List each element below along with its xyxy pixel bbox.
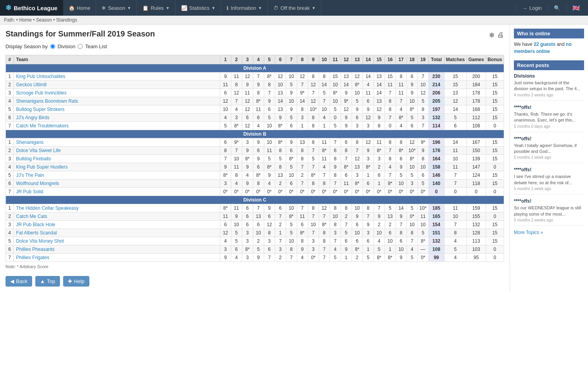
score-cell: 11 (264, 147, 275, 155)
post-title[interactable]: ****offs! (514, 136, 584, 142)
score-cell: 8 (363, 204, 374, 212)
team-name-cell[interactable]: Catch Me Troublemakers (14, 122, 220, 130)
score-cell: 9 (253, 81, 264, 89)
score-cell: 8 (308, 73, 319, 81)
flag-icon: 🇬🇧 (572, 4, 580, 12)
score-cell: 8 (308, 180, 319, 188)
back-button[interactable]: ◀ Back (5, 276, 32, 287)
team-name-cell[interactable]: Wolfhound Mongrels (14, 180, 220, 188)
nav-season[interactable]: ❄ Season ▼ (96, 0, 137, 16)
score-cell: 12 (231, 89, 242, 97)
team-name-cell[interactable]: Phillies Frigates (14, 254, 220, 262)
team-name-cell[interactable]: Phillies Pheasants (14, 245, 220, 254)
team-name-cell[interactable]: Fat Alberts Scandal (14, 229, 220, 237)
help-button[interactable]: ✚ Help (63, 276, 89, 287)
nav-flag[interactable]: 🇬🇧 (566, 4, 586, 12)
team-name-cell[interactable]: Geckos Ultim8 (14, 81, 220, 89)
score-cell: 12 (352, 155, 363, 163)
statistics-icon: 📈 (181, 5, 187, 11)
score-cell: 12 (374, 105, 385, 114)
post-title[interactable]: ****offs! (514, 105, 584, 110)
team-name-cell[interactable]: JJ's Angry Birds (14, 114, 220, 122)
score-cell: 10 (396, 245, 407, 254)
post-title[interactable]: ****offs! (514, 198, 584, 204)
score-cell: 5 (330, 254, 341, 262)
score-cell: 9 (231, 212, 242, 221)
division-radio[interactable] (50, 44, 55, 49)
nav-information[interactable]: ℹ Information ▼ (221, 0, 268, 16)
matches-cell: 8 (444, 229, 466, 237)
score-cell: 8* (253, 97, 264, 105)
logo[interactable]: ❄ Bethico League (0, 0, 63, 16)
score-cell: 5 (352, 97, 363, 105)
team-name-cell[interactable]: Dolce Vita Money Shot (14, 237, 220, 245)
score-cell: 0* (407, 188, 417, 196)
logo-snowflake-icon: ❄ (5, 4, 11, 12)
nav-home[interactable]: 🏠 Home (63, 0, 96, 16)
nav-rules[interactable]: 📋 Rules ▼ (137, 0, 175, 16)
score-cell: 5 (330, 105, 341, 114)
post-title[interactable]: ****offs! (514, 167, 584, 172)
score-cell: 4 (297, 254, 308, 262)
score-cell: 7 (286, 254, 297, 262)
team-name-cell[interactable]: JR Pub Black Hole (14, 221, 220, 229)
score-cell: 8 (275, 163, 286, 171)
team-name-cell[interactable]: The Hidden Cellar Speakeasy (14, 204, 220, 212)
team-name-cell[interactable]: JJ's The Pain (14, 171, 220, 180)
team-name-cell[interactable]: Shenanigans Boomtown Rats (14, 97, 220, 105)
team-name-cell[interactable]: King Pub Untouchables (14, 73, 220, 81)
score-cell: 12 (352, 73, 363, 81)
break-dropdown-icon: ▼ (312, 6, 316, 10)
score-cell: 13 (385, 212, 396, 221)
nav-off-the-break[interactable]: ⏱ Off the break ▼ (268, 0, 321, 16)
score-cell: 4 (396, 122, 407, 130)
col-15: 15 (374, 55, 385, 64)
team-name-cell[interactable]: Bulldog Super Strokers (14, 105, 220, 114)
rank-cell: 6 (6, 245, 14, 254)
freeze-icon[interactable] (489, 31, 495, 40)
print-icon[interactable] (497, 31, 504, 40)
score-cell: 4 (330, 245, 341, 254)
score-cell: 9 (242, 163, 253, 171)
score-cell: 9 (374, 212, 385, 221)
nav-search[interactable]: 🔍 (548, 5, 566, 11)
rank-cell: 3 (6, 89, 14, 97)
score-cell: 5 (286, 221, 297, 229)
team-name-cell[interactable]: Bulldog Fireballs (14, 155, 220, 163)
score-cell: 5 (264, 155, 275, 163)
rank-cell: 1 (6, 204, 14, 212)
score-cell: 8 (385, 105, 396, 114)
team-name-cell[interactable]: King Pub Super Hustlers (14, 163, 220, 171)
score-cell: 3 (242, 229, 253, 237)
more-topics-link[interactable]: More Topics » (514, 230, 584, 235)
score-cell: 9 (253, 138, 264, 147)
score-cell: 4 (396, 105, 407, 114)
score-cell: 8* (385, 180, 396, 188)
back-arrow-icon: ◀ (10, 278, 14, 284)
score-cell: 0* (374, 188, 385, 196)
bonus-cell: 0 (486, 245, 504, 254)
teamlist-radio[interactable] (78, 44, 83, 49)
team-name-cell[interactable]: Dolce Vita Sweet Life (14, 147, 220, 155)
team-name-cell[interactable]: JR Pub Solid (14, 188, 220, 196)
total-cell: 176 (428, 147, 444, 155)
score-cell: 6 (417, 171, 428, 180)
score-cell: 8 (319, 237, 330, 245)
total-cell: 165 (428, 212, 444, 221)
nav-statistics[interactable]: 📈 Statistics ▼ (176, 0, 221, 16)
top-button[interactable]: ▲ Top (35, 276, 60, 287)
score-cell: 1 (363, 171, 374, 180)
games-cell: 155 (466, 212, 486, 221)
matches-cell: 11 (444, 147, 466, 155)
post-excerpt: Thanks, Rob. There we go: it's unanimous… (514, 111, 584, 123)
post-title[interactable]: Divisions (514, 73, 584, 79)
information-dropdown-icon: ▼ (258, 6, 262, 10)
rank-cell: 3 (6, 155, 14, 163)
team-name-cell[interactable]: Catch Me Cats (14, 212, 220, 221)
nav-login-label: Login (529, 5, 542, 11)
nav-login[interactable]: → Login (516, 5, 547, 11)
score-cell: 8 (286, 245, 297, 254)
team-name-cell[interactable]: Shenanigans (14, 138, 220, 147)
team-name-cell[interactable]: Scrooge Pub Invincibles (14, 89, 220, 97)
score-cell: 8 (330, 221, 341, 229)
